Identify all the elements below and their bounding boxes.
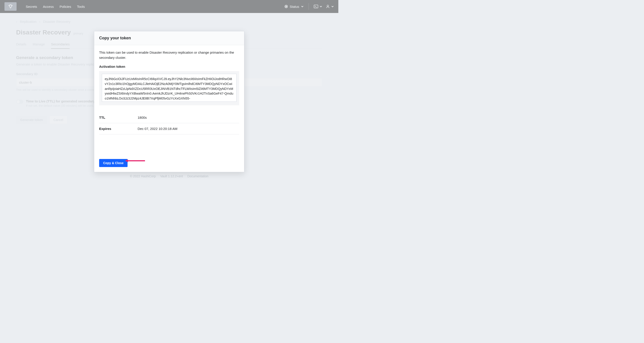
- activation-token-label: Activation token: [99, 65, 239, 68]
- expires-key: Expires: [99, 127, 138, 131]
- ttl-key: TTL: [99, 116, 138, 119]
- copy-close-button[interactable]: Copy & Close: [99, 159, 128, 167]
- activation-token-textarea[interactable]: [102, 74, 236, 102]
- modal-header: Copy your token: [94, 31, 244, 45]
- copy-token-modal: Copy your token This token can be used t…: [94, 31, 244, 172]
- modal-title: Copy your token: [99, 36, 239, 40]
- modal-overlay: Copy your token This token can be used t…: [0, 0, 338, 180]
- modal-body: This token can be used to enable Disaste…: [94, 45, 244, 139]
- expires-row: Expires Dec 07, 2022 10:20:18 AM: [99, 123, 239, 134]
- token-box-wrapper: [99, 71, 239, 105]
- ttl-row: TTL 1800s: [99, 112, 239, 123]
- modal-footer: Copy & Close: [94, 139, 244, 172]
- ttl-value: 1800s: [138, 116, 147, 119]
- expires-value: Dec 07, 2022 10:20:18 AM: [138, 127, 178, 131]
- modal-description: This token can be used to enable Disaste…: [99, 50, 239, 60]
